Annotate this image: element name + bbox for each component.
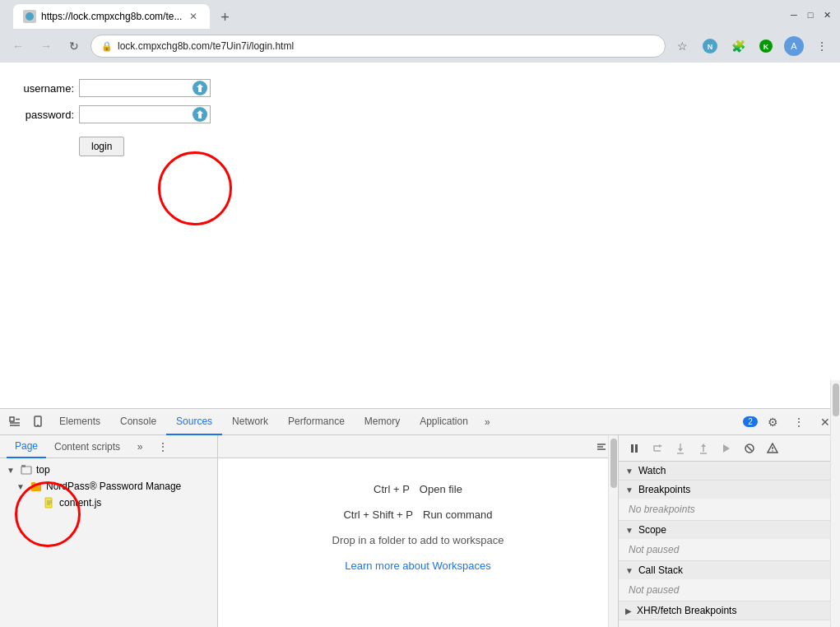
- minimize-button[interactable]: ─: [787, 8, 801, 21]
- tab-console[interactable]: Console: [110, 409, 166, 435]
- drop-workspace-text: Drop in a folder to add to workspace: [332, 534, 504, 546]
- login-row: login: [16, 132, 824, 156]
- step-into-button[interactable]: [670, 438, 691, 459]
- tab-bar: https://lock.cmpxchg8b.com/te... ✕ +: [7, 1, 784, 29]
- svg-rect-14: [31, 482, 35, 485]
- scope-arrow: ▼: [625, 526, 633, 535]
- tree-item-top[interactable]: ▼ top: [0, 462, 217, 478]
- devtools-inspect-button[interactable]: [3, 411, 26, 434]
- svg-marker-24: [659, 444, 662, 448]
- tree-label-nordpass: NordPass® Password Manage: [46, 481, 181, 492]
- svg-point-37: [772, 450, 773, 452]
- tab-sources[interactable]: Sources: [166, 409, 222, 435]
- scope-label: Scope: [638, 524, 666, 536]
- step-out-button[interactable]: [693, 438, 714, 459]
- lock-icon: 🔒: [101, 41, 113, 52]
- breakpoints-section: ▼ Breakpoints No breakpoints: [619, 481, 840, 521]
- xhr-arrow: ▶: [625, 606, 632, 615]
- pause-button[interactable]: [624, 438, 645, 459]
- tab-elements[interactable]: Elements: [49, 409, 110, 435]
- breakpoints-header[interactable]: ▼ Breakpoints: [619, 481, 840, 499]
- step-over-button[interactable]: [647, 438, 668, 459]
- call-stack-header[interactable]: ▼ Call Stack: [619, 561, 840, 579]
- no-breakpoints-text: No breakpoints: [629, 504, 695, 515]
- run-command-key: Ctrl + Shift + P: [343, 509, 413, 521]
- profile-button[interactable]: A: [782, 35, 805, 58]
- devtools-main: Page Content scripts » ⋮ ▼ top ▼: [0, 435, 840, 627]
- deactivate-breakpoints-button[interactable]: [739, 438, 760, 459]
- reload-button[interactable]: ↻: [63, 35, 86, 58]
- password-row: password:: [16, 105, 824, 123]
- nordpass-highlight-circle: [158, 151, 232, 225]
- tab-memory[interactable]: Memory: [355, 409, 410, 435]
- extensions-button[interactable]: 🧩: [726, 35, 750, 58]
- call-stack-not-paused-text: Not paused: [629, 584, 679, 596]
- nordvpn-button[interactable]: N: [698, 35, 722, 58]
- xhr-section: ▶ XHR/fetch Breakpoints: [619, 601, 840, 620]
- debugger-scrollbar[interactable]: [830, 435, 840, 627]
- tree-item-nordpass[interactable]: ▼ NordPass® Password Manage: [0, 478, 217, 495]
- svg-marker-27: [678, 448, 683, 452]
- learn-more-link[interactable]: Learn more about Workspaces: [345, 560, 491, 572]
- devtools-device-button[interactable]: [26, 411, 49, 434]
- new-tab-button[interactable]: +: [213, 6, 236, 29]
- sources-tab-content-scripts[interactable]: Content scripts: [46, 435, 128, 458]
- sources-sub-tab-overflow[interactable]: »: [128, 435, 151, 458]
- svg-point-0: [26, 12, 34, 21]
- kaspersky-button[interactable]: K: [754, 35, 777, 58]
- open-file-desc: Open file: [420, 483, 462, 495]
- tab-application[interactable]: Application: [410, 409, 478, 435]
- svg-text:N: N: [708, 43, 713, 51]
- xhr-label: XHR/fetch Breakpoints: [637, 605, 736, 616]
- bookmark-button[interactable]: ☆: [671, 35, 694, 58]
- devtools-settings-button[interactable]: ⚙: [761, 411, 784, 434]
- svg-marker-30: [701, 444, 706, 447]
- debugger-sections: ▼ Watch ▼ Breakpoints No breakpoints: [619, 462, 840, 627]
- browser-tab[interactable]: https://lock.cmpxchg8b.com/te... ✕: [13, 4, 210, 29]
- call-stack-label: Call Stack: [638, 564, 683, 576]
- watch-header[interactable]: ▼ Watch: [619, 462, 840, 480]
- open-file-key: Ctrl + P: [374, 483, 410, 495]
- tree-item-contentjs[interactable]: ▼ content.js: [0, 495, 217, 511]
- sources-center-content: Ctrl + P Open file Ctrl + Shift + P Run …: [218, 458, 618, 627]
- tree-label-contentjs: content.js: [59, 497, 101, 509]
- xhr-header[interactable]: ▶ XHR/fetch Breakpoints: [619, 601, 840, 620]
- browser-chrome: https://lock.cmpxchg8b.com/te... ✕ + ─ □…: [0, 0, 840, 63]
- devtools-tab-bar: Elements Console Sources Network Perform…: [0, 409, 840, 435]
- scope-header[interactable]: ▼ Scope: [619, 521, 840, 539]
- page-content: username: password: login: [0, 63, 840, 408]
- devtools-more-button[interactable]: ⋮: [787, 411, 810, 434]
- sources-scroll-thumb[interactable]: [610, 439, 617, 488]
- menu-button[interactable]: ⋮: [810, 35, 833, 58]
- folder-icon-nordpass: [30, 480, 43, 493]
- run-command-desc: Run command: [423, 509, 493, 521]
- username-input[interactable]: [79, 79, 211, 97]
- sources-more-button[interactable]: ⋮: [151, 435, 174, 458]
- svg-rect-5: [10, 417, 14, 421]
- svg-text:K: K: [763, 43, 769, 51]
- password-input[interactable]: [79, 105, 211, 123]
- forward-button[interactable]: →: [35, 35, 58, 58]
- tab-network[interactable]: Network: [222, 409, 278, 435]
- devtools-tab-overflow[interactable]: »: [478, 409, 497, 435]
- login-button[interactable]: login: [79, 137, 124, 156]
- breakpoints-content: No breakpoints: [619, 499, 840, 520]
- password-input-wrapper: [79, 105, 211, 123]
- url-bar[interactable]: 🔒 lock.cmpxchg8b.com/te7Uin7i/login.html: [90, 35, 666, 58]
- pause-on-exceptions-button[interactable]: [762, 438, 783, 459]
- tab-performance[interactable]: Performance: [278, 409, 355, 435]
- tab-close-button[interactable]: ✕: [187, 10, 200, 23]
- username-row: username:: [16, 79, 824, 97]
- tree-label-top: top: [36, 464, 50, 476]
- close-button[interactable]: ✕: [820, 8, 833, 21]
- svg-rect-9: [35, 416, 41, 426]
- username-label: username:: [16, 82, 74, 95]
- devtools-badge: 2: [743, 416, 758, 427]
- svg-rect-11: [21, 467, 31, 474]
- maximize-button[interactable]: □: [804, 8, 817, 21]
- password-label: password:: [16, 109, 74, 121]
- step-button[interactable]: [716, 438, 737, 459]
- back-button[interactable]: ←: [7, 35, 30, 58]
- sources-tab-page[interactable]: Page: [7, 435, 46, 458]
- tab-favicon: [23, 10, 36, 23]
